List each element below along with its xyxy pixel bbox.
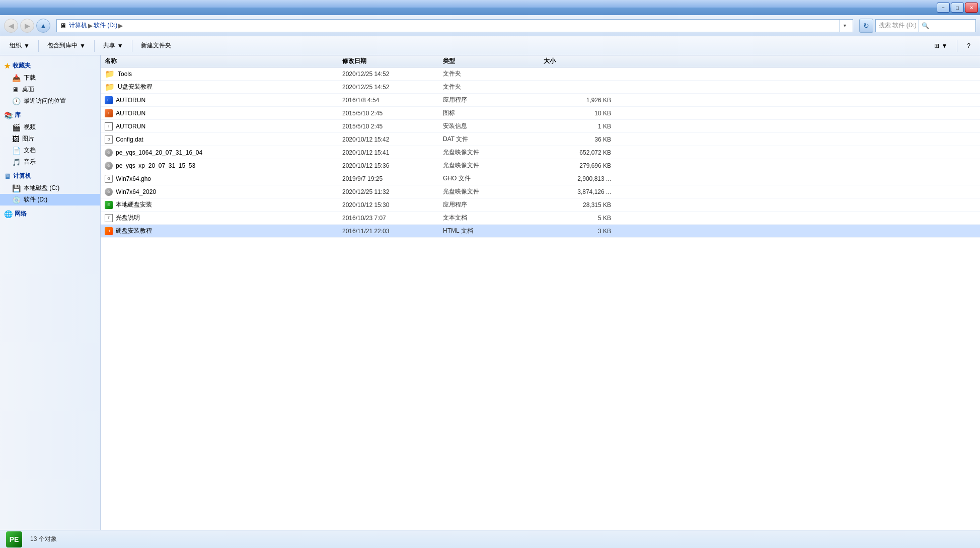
sidebar-desktop-label: 桌面 xyxy=(22,85,34,94)
view-dropdown-icon: ▼ xyxy=(941,42,947,49)
file-name: AUTORUN xyxy=(116,123,145,130)
sidebar-item-documents[interactable]: 📄 文档 xyxy=(0,145,100,156)
column-name[interactable]: 名称 xyxy=(101,57,342,65)
breadcrumb-drive[interactable]: 软件 (D:) xyxy=(94,21,117,30)
file-type-cell: 文件夹 xyxy=(443,83,544,91)
table-row[interactable]: i AUTORUN 2015/5/10 2:45 安装信息 1 KB xyxy=(101,120,980,133)
address-dropdown-button[interactable]: ▼ xyxy=(840,20,850,32)
sidebar-downloads-label: 下载 xyxy=(24,74,36,82)
sidebar-drive-d-label: 软件 (D:) xyxy=(24,195,47,204)
file-date-cell: 2016/11/21 22:03 xyxy=(342,228,443,235)
sidebar-network-section: 🌐 网络 xyxy=(0,208,100,220)
sidebar-item-recent[interactable]: 🕐 最近访问的位置 xyxy=(0,95,100,107)
sidebar-item-drive-d[interactable]: 💿 软件 (D:) xyxy=(0,194,100,206)
main-content: ★ 收藏夹 📥 下载 🖥 桌面 🕐 最近访问的位置 📚 库 xyxy=(0,55,980,530)
share-button[interactable]: 共享 ▼ xyxy=(98,38,129,53)
file-size-cell: 36 KB xyxy=(544,136,619,143)
file-type-cell: 应用程序 xyxy=(443,200,544,209)
gho-icon: G xyxy=(105,175,113,183)
minimize-button[interactable]: － xyxy=(937,3,950,13)
library-icon: 📚 xyxy=(4,111,13,119)
file-name: pe_yqs_xp_20_07_31_15_53 xyxy=(116,162,195,169)
organize-button[interactable]: 组织 ▼ xyxy=(4,38,35,53)
new-folder-button[interactable]: 新建文件夹 xyxy=(135,38,177,53)
table-row[interactable]: I AUTORUN 2015/5/10 2:45 图标 10 KB xyxy=(101,107,980,120)
table-row[interactable]: ⊙ pe_yqs_1064_20_07_31_16_04 2020/10/12 … xyxy=(101,146,980,159)
column-size[interactable]: 大小 xyxy=(544,57,619,65)
table-row[interactable]: 📁 U盘安装教程 2020/12/25 14:52 文件夹 xyxy=(101,81,980,94)
sidebar-library-header[interactable]: 📚 库 xyxy=(0,109,100,121)
view-button[interactable]: ⊞ ▼ xyxy=(929,38,953,53)
sidebar-computer-section: 🖥 计算机 💾 本地磁盘 (C:) 💿 软件 (D:) xyxy=(0,170,100,206)
view-icon: ⊞ xyxy=(934,42,939,49)
table-row[interactable]: E AUTORUN 2016/1/8 4:54 应用程序 1,926 KB xyxy=(101,94,980,107)
toolbar-separator-2 xyxy=(94,40,95,52)
maximize-button[interactable]: □ xyxy=(951,3,964,13)
sidebar-network-header[interactable]: 🌐 网络 xyxy=(0,208,100,220)
file-list-header: 名称 修改日期 类型 大小 xyxy=(101,55,980,67)
back-button[interactable]: ◀ xyxy=(4,19,18,33)
breadcrumb: 计算机 ▶ 软件 (D:) ▶ xyxy=(69,21,838,30)
share-label: 共享 xyxy=(103,41,115,50)
table-row[interactable]: E 本地硬盘安装 2020/10/12 15:30 应用程序 28,315 KB xyxy=(101,198,980,212)
documents-icon: 📄 xyxy=(12,147,21,155)
help-button[interactable]: ? xyxy=(961,38,976,53)
forward-button[interactable]: ▶ xyxy=(20,19,34,33)
sidebar-item-music[interactable]: 🎵 音乐 xyxy=(0,156,100,168)
table-row[interactable]: D Config.dat 2020/10/12 15:42 DAT 文件 36 … xyxy=(101,133,980,146)
file-size-cell: 28,315 KB xyxy=(544,201,619,209)
sidebar-item-pictures[interactable]: 🖼 图片 xyxy=(0,133,100,145)
sidebar-favorites-header[interactable]: ★ 收藏夹 xyxy=(0,59,100,72)
refresh-button[interactable]: ↻ xyxy=(859,19,873,33)
table-row[interactable]: T 光盘说明 2016/10/23 7:07 文本文档 5 KB xyxy=(101,212,980,225)
close-button[interactable]: ✕ xyxy=(965,3,978,13)
sidebar-item-drive-c[interactable]: 💾 本地磁盘 (C:) xyxy=(0,182,100,194)
organize-dropdown-icon: ▼ xyxy=(24,42,30,49)
file-name-cell: ⊙ pe_yqs_1064_20_07_31_16_04 xyxy=(101,149,342,157)
table-row[interactable]: G Win7x64.gho 2019/9/7 19:25 GHO 文件 2,90… xyxy=(101,172,980,185)
file-date-cell: 2015/5/10 2:45 xyxy=(342,110,443,117)
file-rows-container: 📁 Tools 2020/12/25 14:52 文件夹 📁 U盘安装教程 20… xyxy=(101,67,980,238)
address-icon: 🖥 xyxy=(60,22,67,30)
table-row[interactable]: ⊙ Win7x64_2020 2020/12/25 11:32 光盘映像文件 3… xyxy=(101,185,980,198)
sidebar-video-label: 视频 xyxy=(24,123,36,131)
folder-icon: 📁 xyxy=(105,82,115,92)
statusbar: PE 13 个对象 xyxy=(0,530,980,548)
status-count: 13 个对象 xyxy=(30,535,57,543)
table-row[interactable]: H 硬盘安装教程 2016/11/21 22:03 HTML 文档 3 KB xyxy=(101,225,980,238)
up-button[interactable]: ▲ xyxy=(36,19,50,33)
titlebar: － □ ✕ xyxy=(0,0,980,15)
toolbar-right: ⊞ ▼ ? xyxy=(929,38,976,53)
sidebar-drive-c-label: 本地磁盘 (C:) xyxy=(24,184,59,192)
sidebar-library-section: 📚 库 🎬 视频 🖼 图片 📄 文档 🎵 音乐 xyxy=(0,109,100,168)
search-button[interactable]: 🔍 xyxy=(919,19,932,32)
file-size-cell: 279,696 KB xyxy=(544,162,619,169)
file-size-cell: 5 KB xyxy=(544,215,619,222)
sidebar-item-video[interactable]: 🎬 视频 xyxy=(0,121,100,133)
sidebar-item-desktop[interactable]: 🖥 桌面 xyxy=(0,84,100,95)
iso-icon: ⊙ xyxy=(105,162,113,170)
table-row[interactable]: 📁 Tools 2020/12/25 14:52 文件夹 xyxy=(101,67,980,81)
sidebar-favorites-section: ★ 收藏夹 📥 下载 🖥 桌面 🕐 最近访问的位置 xyxy=(0,59,100,107)
sidebar-favorites-label: 收藏夹 xyxy=(13,61,31,70)
sidebar-computer-header[interactable]: 🖥 计算机 xyxy=(0,170,100,182)
file-name: Tools xyxy=(118,71,132,78)
file-size-cell: 10 KB xyxy=(544,110,619,117)
column-date[interactable]: 修改日期 xyxy=(342,57,443,65)
file-type-cell: 文本文档 xyxy=(443,214,544,222)
file-name: 本地硬盘安装 xyxy=(116,200,152,209)
file-type-cell: DAT 文件 xyxy=(443,135,544,144)
txt-icon: T xyxy=(105,214,113,222)
include-library-button[interactable]: 包含到库中 ▼ xyxy=(42,38,91,53)
breadcrumb-computer[interactable]: 计算机 xyxy=(69,21,87,30)
network-icon: 🌐 xyxy=(4,210,13,218)
table-row[interactable]: ⊙ pe_yqs_xp_20_07_31_15_53 2020/10/12 15… xyxy=(101,159,980,172)
recent-icon: 🕐 xyxy=(12,97,21,105)
iso-icon: ⊙ xyxy=(105,188,113,196)
music-icon: 🎵 xyxy=(12,158,21,166)
column-type[interactable]: 类型 xyxy=(443,57,544,65)
sidebar-item-downloads[interactable]: 📥 下载 xyxy=(0,72,100,84)
drive-d-icon: 💿 xyxy=(12,196,21,204)
file-size-cell: 1 KB xyxy=(544,123,619,130)
address-bar[interactable]: 🖥 计算机 ▶ 软件 (D:) ▶ ▼ xyxy=(56,19,853,32)
